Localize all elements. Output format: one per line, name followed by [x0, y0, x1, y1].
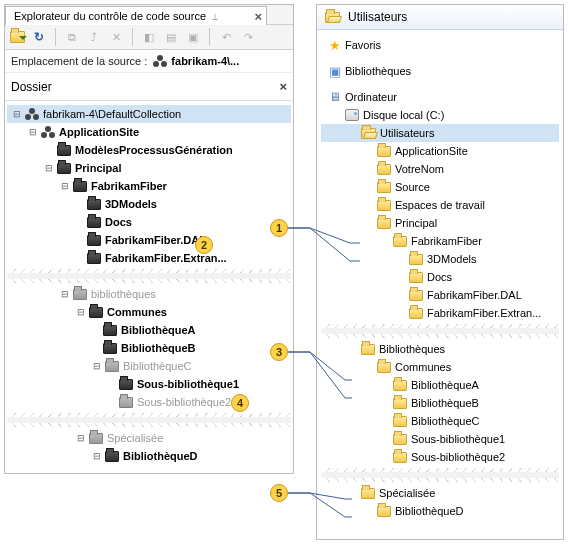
tree-item[interactable]: Sous-bibliothèque2	[321, 448, 559, 466]
expander-icon[interactable]: ⊟	[91, 451, 103, 461]
expander-icon[interactable]: ⊟	[43, 163, 55, 173]
move-button: ⤴	[86, 29, 102, 45]
open-folder-button[interactable]	[9, 29, 25, 45]
tree-item[interactable]: 3DModels	[7, 195, 291, 213]
callout-badge-2: 2	[195, 236, 213, 254]
tree-item-communes[interactable]: ⊟ Communes	[7, 303, 291, 321]
tree-item[interactable]: Docs	[321, 268, 559, 286]
tree-item-bibliotheques[interactable]: ▣Bibliothèques	[321, 62, 559, 80]
callout-badge-4: 4	[231, 394, 249, 412]
tree-item-bibd[interactable]: BibliothèqueD	[321, 502, 559, 520]
tree-root[interactable]: ⊟ fabrikam-4\DefaultCollection	[7, 105, 291, 123]
source-folder-icon	[119, 397, 133, 408]
tree-item-utilisateurs[interactable]: Utilisateurs	[321, 124, 559, 142]
tree-item-favoris[interactable]: ★Favoris	[321, 36, 559, 54]
callout-badge-3: 3	[270, 343, 288, 361]
tree-item[interactable]: Espaces de travail	[321, 196, 559, 214]
header-title: Utilisateurs	[348, 10, 407, 24]
tree-item[interactable]: ModèlesProcessusGénération	[7, 141, 291, 159]
tree-item[interactable]: BibliothèqueA	[7, 321, 291, 339]
folder-icon	[377, 218, 391, 229]
folder-icon	[409, 272, 423, 283]
team-icon	[41, 126, 55, 138]
folder-icon	[361, 344, 375, 355]
team-icon	[25, 108, 39, 120]
torn-separator	[7, 415, 291, 425]
source-folder-icon	[87, 217, 101, 228]
folder-header: Dossier ×	[5, 73, 293, 101]
close-icon[interactable]: ×	[254, 9, 262, 24]
toolbar: ↻ ⧉ ⤴ ✕ ◧ ▤ ▣ ↶ ↷	[5, 25, 293, 50]
source-folder-icon	[105, 451, 119, 462]
tree-item[interactable]: ⊟ ApplicationSite	[7, 123, 291, 141]
tree-item[interactable]: ⊟ bibliothèques	[7, 285, 291, 303]
source-folder-icon	[89, 433, 103, 444]
tree-item[interactable]: BibliothèqueC	[321, 412, 559, 430]
tree-item[interactable]: 3DModels	[321, 250, 559, 268]
tree-item-principal[interactable]: Principal	[321, 214, 559, 232]
tree-item[interactable]: Sous-bibliothèque1	[321, 430, 559, 448]
tree-item-bibc[interactable]: ⊟ BibliothèqueC	[7, 357, 291, 375]
tree-item[interactable]: ApplicationSite	[321, 142, 559, 160]
tree-item-fabrikam[interactable]: ⊟ FabrikamFiber	[7, 177, 291, 195]
expander-icon[interactable]: ⊟	[75, 307, 87, 317]
tree-item-bibd[interactable]: ⊟ BibliothèqueD	[7, 447, 291, 465]
folder-icon	[409, 254, 423, 265]
tab-source-explorer[interactable]: Explorateur du contrôle de code source ⟂…	[5, 6, 267, 25]
tree-item-fabrikam[interactable]: FabrikamFiber	[321, 232, 559, 250]
folder-icon	[409, 308, 423, 319]
library-icon: ▣	[329, 65, 341, 78]
expander-icon[interactable]: ⊟	[91, 361, 103, 371]
tab-bar: Explorateur du contrôle de code source ⟂…	[5, 5, 293, 25]
tree-item[interactable]: FabrikamFiber.DAL	[7, 231, 291, 249]
tree-item[interactable]: FabrikamFiber.Extran...	[321, 304, 559, 322]
source-folder-icon	[73, 181, 87, 192]
expander-icon[interactable]: ⊟	[11, 109, 23, 119]
tree-item-communes[interactable]: Communes	[321, 358, 559, 376]
expander-icon[interactable]: ⊟	[75, 433, 87, 443]
file-tree: ★Favoris ▣Bibliothèques 🖥Ordinateur Disq…	[317, 30, 563, 526]
tree-item[interactable]: ⊟ Spécialisée	[7, 429, 291, 447]
folder-icon	[377, 146, 391, 157]
folder-open-icon	[361, 128, 376, 139]
folder-icon	[393, 416, 407, 427]
tree-item-bibliotheques2[interactable]: Bibliothèques	[321, 340, 559, 358]
tree-item[interactable]: ⊟ Principal	[7, 159, 291, 177]
tree-item-disque[interactable]: Disque local (C:)	[321, 106, 559, 124]
pin-icon[interactable]: ⟂	[212, 11, 218, 22]
tree-item[interactable]: Sous-bibliothèque1	[7, 375, 291, 393]
tree-item[interactable]: FabrikamFiber.Extran...	[7, 249, 291, 267]
disk-icon	[345, 109, 359, 121]
undo-button: ↶	[218, 29, 234, 45]
tree-item[interactable]: BibliothèqueA	[321, 376, 559, 394]
tree-item-ordinateur[interactable]: 🖥Ordinateur	[321, 88, 559, 106]
folder-icon	[361, 488, 375, 499]
tree-item[interactable]: Source	[321, 178, 559, 196]
star-icon: ★	[329, 39, 341, 52]
tree-item[interactable]: BibliothèqueB	[321, 394, 559, 412]
folder-icon	[377, 164, 391, 175]
folder-icon	[377, 362, 391, 373]
source-folder-icon	[103, 343, 117, 354]
source-folder-icon	[73, 289, 87, 300]
folder-icon	[409, 290, 423, 301]
shelve-button: ▣	[185, 29, 201, 45]
source-folder-icon	[57, 163, 71, 174]
tree-item[interactable]: BibliothèqueB	[7, 339, 291, 357]
source-location-value[interactable]: fabrikam-4\...	[153, 55, 239, 67]
expander-icon[interactable]: ⊟	[59, 181, 71, 191]
refresh-button[interactable]: ↻	[31, 29, 47, 45]
source-folder-icon	[87, 235, 101, 246]
close-folder-icon[interactable]: ×	[279, 79, 287, 94]
tree-item[interactable]: VotreNom	[321, 160, 559, 178]
team-icon	[153, 55, 167, 67]
tree-item-spec[interactable]: Spécialisée	[321, 484, 559, 502]
tree-item[interactable]: FabrikamFiber.DAL	[321, 286, 559, 304]
tree-item[interactable]: Docs	[7, 213, 291, 231]
expander-icon[interactable]: ⊟	[59, 289, 71, 299]
folder-icon	[393, 236, 407, 247]
expander-icon[interactable]: ⊟	[27, 127, 39, 137]
source-tree: ⊟ fabrikam-4\DefaultCollection ⊟ Applica…	[5, 101, 293, 473]
folder-icon	[393, 452, 407, 463]
folder-icon	[377, 506, 391, 517]
